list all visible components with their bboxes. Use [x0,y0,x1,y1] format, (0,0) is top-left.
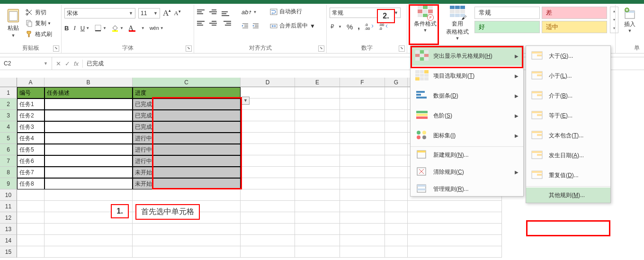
decrease-indent-button[interactable] [242,23,249,29]
svg-point-25 [417,135,420,139]
percent-button[interactable]: % [347,23,353,31]
group-alignment: ab↗▼ 自动换行 合并后居中▼ 对齐方式 ⬊ [194,5,327,53]
increase-decimal-button[interactable]: .0.00 [365,23,374,30]
font-name-combo[interactable]: 宋体▼ [64,8,135,18]
menu-item[interactable]: 小于(L)... [526,66,610,86]
group-label: 数字 [327,44,407,52]
format-painter-button[interactable]: 格式刷 [26,29,52,39]
paste-button[interactable]: 粘贴 ▼ [3,7,24,45]
brush-icon [26,30,33,38]
menu-item[interactable]: 数据条(D)▶ [411,86,523,106]
svg-rect-3 [28,22,32,27]
select-all-corner[interactable] [0,78,17,87]
style-neutral[interactable]: 适中 [542,21,607,33]
border-button[interactable]: ▼ [94,24,107,32]
align-middle-button[interactable] [209,8,219,16]
dialog-launcher[interactable]: ⬊ [53,45,59,52]
annotation-step1: 1. [111,204,129,218]
bold-button[interactable]: B [64,25,69,32]
border-icon [94,24,102,32]
cancel-icon[interactable]: ✕ [56,60,61,67]
increase-font-button[interactable]: A▴ [163,9,171,18]
decrease-font-button[interactable]: A▾ [174,9,180,17]
fx-icon[interactable]: fx [74,60,79,67]
increase-indent-button[interactable] [252,23,259,29]
svg-rect-35 [537,54,542,56]
svg-rect-44 [537,114,542,116]
cut-button[interactable]: 剪切 [26,7,46,18]
font-color-button[interactable]: A▼ [128,24,145,32]
copy-icon [26,19,33,27]
group-clipboard: 粘贴 ▼ 剪切 复制▼ 格式刷 剪贴板 ⬊ [0,5,62,53]
wrap-icon [270,8,277,16]
align-top-button[interactable] [197,8,206,16]
svg-rect-49 [532,151,542,153]
copy-button[interactable]: 复制▼ [26,18,51,28]
svg-rect-34 [532,52,542,54]
dialog-launcher[interactable]: ⬊ [186,45,192,52]
menu-item[interactable]: 文本包含(T)... [526,126,610,145]
menu-item[interactable]: 大于(G)... [526,46,610,66]
align-center-button[interactable] [209,19,219,27]
dialog-launcher[interactable]: ⬊ [399,45,405,52]
dropdown-handle[interactable]: ▼ [242,97,250,105]
svg-rect-6 [112,30,118,32]
annotation-step1-text: 首先选中单元格 [135,204,200,220]
italic-button[interactable]: I [73,24,75,32]
svg-rect-50 [537,154,542,156]
phonetic-button[interactable]: wén▼ [150,25,164,31]
group-cells: 插入 ▼ 单 [616,5,644,53]
align-right-button[interactable] [222,19,231,27]
menu-item[interactable]: 突出显示单元格规则(H)▶ [411,46,523,66]
menu-item[interactable]: 介于(B)... [526,86,610,106]
style-bad[interactable]: 差 [542,7,607,19]
name-box[interactable]: C2▼ [0,57,52,70]
menu-item[interactable]: 图标集(I)▶ [411,126,523,145]
cf-icon: ≠ [418,6,433,19]
fill-color-button[interactable]: ▼ [111,24,124,32]
row-headers[interactable]: 123456789101112131415 [0,87,17,258]
insert-button[interactable]: 插入 ▼ [618,7,642,33]
menu-item[interactable]: 清除规则(C)▶ [411,162,523,182]
menu-item[interactable]: 色阶(S)▶ [411,106,523,126]
menu-item[interactable]: 管理规则(R)... [411,182,523,196]
conditional-formatting-button[interactable]: ≠ 条件格式 ▼ [412,6,438,45]
scissors-icon [26,9,33,16]
cell-styles-gallery[interactable]: 常规 差 好 适中 [474,7,607,33]
style-normal[interactable]: 常规 [474,7,540,19]
menu-item[interactable]: 重复值(D)... [526,165,610,185]
align-bottom-button[interactable] [222,8,231,16]
merge-center-button[interactable]: 合并后居中▼ [270,22,315,30]
dialog-launcher[interactable]: ⬊ [318,45,324,52]
comma-button[interactable]: , [358,22,360,31]
underline-button[interactable]: U▼ [80,25,89,32]
orientation-button[interactable]: ab↗▼ [242,9,257,16]
menu-item[interactable]: 发生日期(A)... [526,145,610,165]
wrap-text-button[interactable]: 自动换行 [270,8,302,16]
svg-rect-17 [416,91,425,93]
format-as-table-button[interactable]: 🖌 套用 表格格式 ▼ [444,6,471,45]
conditional-formatting-menu: 突出显示单元格规则(H)▶项目选取规则(T)▶数据条(D)▶色阶(S)▶图标集(… [410,45,524,197]
svg-rect-52 [532,171,542,173]
enter-icon[interactable]: ✓ [65,60,70,67]
svg-rect-21 [416,114,428,116]
group-label: 剪贴板 [0,44,61,52]
paste-icon [6,8,21,23]
insert-icon [623,7,636,20]
svg-rect-22 [416,117,428,119]
menu-item[interactable]: 其他规则(M)... [526,188,610,203]
menu-item[interactable]: 新建规则(N)... [411,148,523,162]
style-good[interactable]: 好 [474,21,540,33]
menu-item[interactable]: 项目选取规则(T)▶ [411,66,523,86]
align-left-button[interactable] [197,19,206,27]
menu-item[interactable]: 等于(E)... [526,106,610,126]
svg-rect-53 [537,174,542,176]
svg-rect-43 [532,111,542,113]
svg-rect-47 [537,134,542,136]
svg-text:.00: .00 [365,27,370,30]
font-size-combo[interactable]: 11▼ [138,8,160,18]
decrease-decimal-button[interactable]: .00.0 [379,23,388,30]
accounting-button[interactable]: ₽▼ [330,23,342,30]
svg-rect-19 [416,97,427,99]
svg-text:₽: ₽ [331,23,334,30]
